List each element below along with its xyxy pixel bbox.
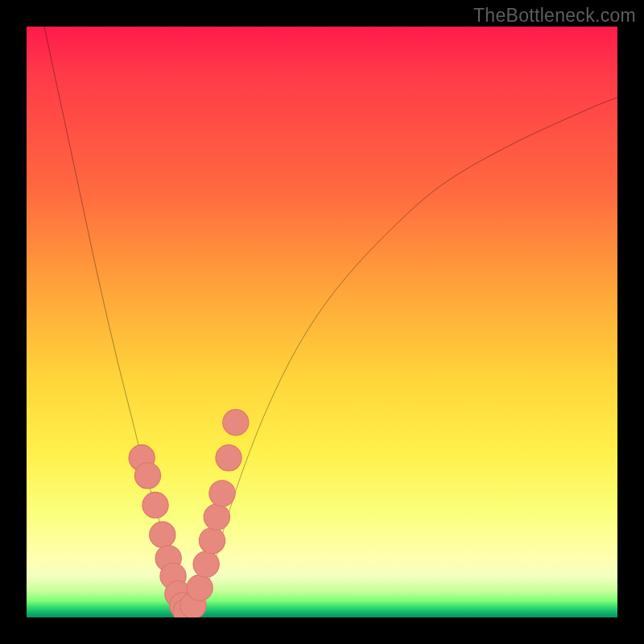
watermark-text: TheBottleneck.com — [473, 5, 636, 27]
marker-dot — [134, 463, 160, 489]
marker-dot — [142, 492, 168, 518]
marker-dot — [209, 481, 235, 506]
marker-dot — [223, 410, 249, 436]
marker-dot — [193, 551, 219, 577]
curve-layer — [44, 27, 617, 613]
bottleneck-curve — [44, 27, 617, 613]
chart-svg — [27, 27, 617, 617]
marker-layer — [129, 410, 249, 617]
outer-frame: TheBottleneck.com — [0, 0, 644, 644]
marker-dot — [216, 445, 242, 471]
marker-dot — [150, 522, 175, 547]
marker-dot — [204, 504, 229, 530]
plot-area — [27, 27, 617, 617]
marker-dot — [187, 575, 213, 601]
marker-dot — [199, 527, 225, 553]
